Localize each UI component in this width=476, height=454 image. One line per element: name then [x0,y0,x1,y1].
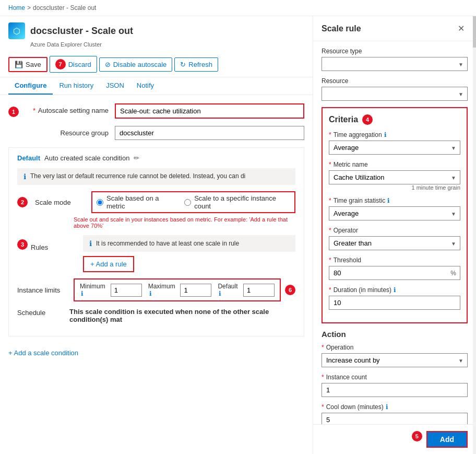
autoscale-name-input[interactable] [115,103,304,119]
default-label: Default [17,154,40,162]
tab-run-history[interactable]: Run history [53,77,100,95]
default-inst-item: Default ℹ [218,283,275,297]
threshold-input[interactable] [329,266,460,280]
scrollbar [473,16,476,454]
badge-2: 2 [17,197,28,207]
metric-name-wrapper: Cache Utilization [329,170,460,184]
discard-badge: 7 [55,59,66,69]
toolbar: 💾 Save 7 Discard ⊘ Disable autoscale ↻ R… [0,52,313,77]
breadcrumb-current: docscluster - Scale out [33,4,96,11]
operator-wrapper: Greater than [329,236,460,250]
tab-configure[interactable]: Configure [8,77,53,95]
discard-label: Discard [68,61,91,68]
save-icon: 💾 [15,61,23,68]
cool-down-input[interactable] [322,413,468,424]
recommend-box: ℹ It is recommended to have at least one… [83,235,295,252]
time-grain-stat-label: * Time grain statistic ℹ [329,197,460,204]
criteria-section: Criteria 4 * Time aggregation ℹ Average [322,107,468,323]
breadcrumb-sep: > [27,4,31,11]
threshold-label: * Threshold [329,257,460,264]
radio-instance-label: Scale to a specific instance count [194,194,290,210]
rules-section: 3 Rules ℹ It is recommended to have at l… [17,235,295,272]
tab-json[interactable]: JSON [100,77,130,95]
radio-instance[interactable]: Scale to a specific instance count [184,194,290,210]
operator-container: * Operator Greater than [329,227,460,250]
page-title: docscluster - Scale out [30,26,133,37]
cool-down-info-icon: ℹ [386,403,388,411]
operator-select[interactable]: Greater than [329,236,460,250]
instance-count-container: * Instance count [322,374,468,397]
metric-name-select[interactable]: Cache Utilization [329,170,460,184]
maximum-item: Maximum ℹ [148,283,212,297]
add-rule-button[interactable]: + Add a rule [83,256,134,272]
autoscale-name-label: * Autoscale setting name [25,103,109,114]
radio-instance-input[interactable] [184,199,191,206]
badge-1: 1 [8,107,19,117]
discard-button[interactable]: 7 Discard [50,56,97,73]
content-area: 1 * Autoscale setting name Resource grou… [0,95,313,369]
breadcrumb: Home > docscluster - Scale out [0,0,476,16]
radio-group: Scale based on a metric Scale to a speci… [91,191,295,213]
resource-label: Resource [322,77,468,85]
default-inst-input[interactable] [243,284,275,297]
resource-type-wrapper [322,57,468,71]
time-grain-stat-select[interactable]: Average [329,206,460,220]
threshold-wrapper: % [329,266,460,280]
maximum-label: Maximum ℹ [148,283,177,297]
time-grain-info-icon: ℹ [387,197,390,204]
maximum-input[interactable] [180,284,211,297]
panel-content: Resource type Resource [313,41,476,424]
save-button[interactable]: 💾 Save [8,57,47,72]
panel-title: Scale rule [322,24,361,33]
operation-select[interactable]: Increase count by [322,353,468,367]
duration-input[interactable] [329,296,460,310]
tabs: Configure Run history JSON Notify [0,77,313,95]
minimum-input[interactable] [111,284,142,297]
default-info-icon: ℹ [219,290,221,297]
info-icon: ℹ [23,172,26,181]
rules-label: Rules [31,239,83,251]
resource-select[interactable] [322,87,468,101]
resource-type-select[interactable] [322,57,468,71]
panel-header: Scale rule ✕ [313,16,476,41]
scale-mode-section: 2 Scale mode Scale based on a metric Sca… [17,191,295,229]
instance-count-label: * Instance count [322,374,468,381]
max-info-icon: ℹ [149,290,152,297]
radio-metric-input[interactable] [97,199,103,206]
add-condition-button[interactable]: + Add a scale condition [8,345,304,361]
instance-limits-label: Instance limits [17,286,69,294]
tab-notify[interactable]: Notify [130,77,160,95]
recommend-icon: ℹ [89,239,92,248]
delete-warning-text: The very last or default recurrence rule… [30,172,245,180]
edit-icon[interactable]: ✏ [134,154,139,162]
min-info-icon: ℹ [81,290,84,297]
disable-autoscale-button[interactable]: ⊘ Disable autoscale [99,57,173,72]
add-button[interactable]: Add [426,431,468,448]
refresh-button[interactable]: ↻ Refresh [174,57,218,72]
schedule-label: Schedule [17,308,69,317]
time-aggregation-container: * Time aggregation ℹ Average [329,131,460,155]
time-aggregation-select[interactable]: Average [329,141,460,155]
operator-label: * Operator [329,227,460,234]
badge-5: 5 [412,431,422,441]
page-header: ⬡ docscluster - Scale out Azure Data Exp… [0,16,313,52]
scale-condition-header: Default Auto created scale condition ✏ [17,154,295,162]
instance-count-input[interactable] [322,383,468,397]
default-inst-label: Default ℹ [218,283,240,297]
autoscale-name-group: 1 * Autoscale setting name [8,103,304,119]
breadcrumb-home[interactable]: Home [8,4,25,11]
resource-group-input[interactable] [115,126,304,140]
save-label: Save [26,61,41,68]
radio-metric[interactable]: Scale based on a metric [97,194,176,210]
operation-wrapper: Increase count by [322,353,468,367]
criteria-title: Criteria [329,115,358,124]
add-rule-label: + Add a rule [90,260,127,268]
close-button[interactable]: ✕ [455,22,468,34]
operation-container: * Operation Increase count by [322,344,468,367]
duration-container: * Duration (in minutes) ℹ [329,286,460,310]
scale-condition-box: Default Auto created scale condition ✏ ℹ… [8,147,304,336]
schedule-row: Schedule This scale condition is execute… [17,308,295,323]
delete-warning-box: ℹ The very last or default recurrence ru… [17,168,295,185]
minimum-item: Minimum ℹ [80,283,142,297]
time-aggregation-label: * Time aggregation ℹ [329,131,460,138]
